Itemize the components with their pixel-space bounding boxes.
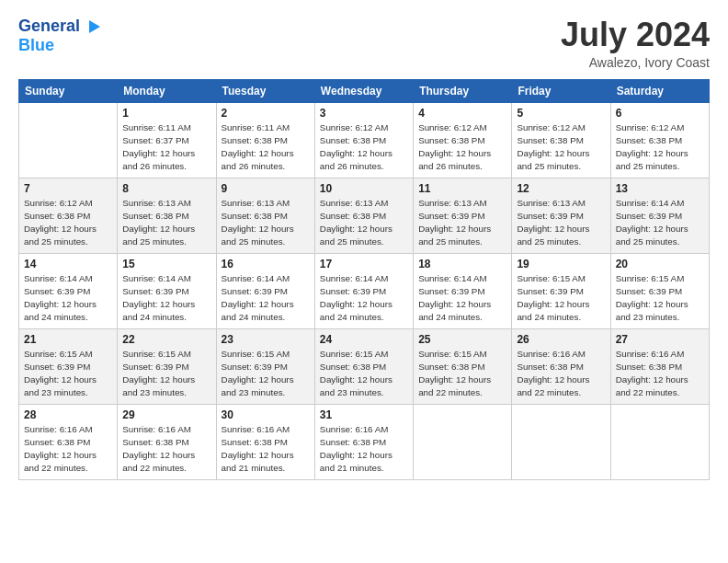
- calendar-week-row: 1 Sunrise: 6:11 AMSunset: 6:37 PMDayligh…: [19, 102, 710, 178]
- header-friday: Friday: [512, 79, 610, 102]
- table-row: [414, 404, 512, 479]
- table-row: 28 Sunrise: 6:16 AMSunset: 6:38 PMDaylig…: [19, 404, 118, 479]
- day-info: Sunrise: 6:16 AMSunset: 6:38 PMDaylight:…: [616, 348, 704, 400]
- day-number: 24: [320, 333, 408, 346]
- header-thursday: Thursday: [414, 79, 512, 102]
- calendar-week-row: 28 Sunrise: 6:16 AMSunset: 6:38 PMDaylig…: [19, 404, 710, 479]
- day-info: Sunrise: 6:12 AMSunset: 6:38 PMDaylight:…: [418, 121, 506, 174]
- day-number: 23: [222, 333, 310, 346]
- day-number: 14: [24, 258, 112, 270]
- table-row: 16 Sunrise: 6:14 AMSunset: 6:39 PMDaylig…: [216, 253, 314, 328]
- table-row: 14 Sunrise: 6:14 AMSunset: 6:39 PMDaylig…: [19, 253, 118, 328]
- day-number: 30: [222, 408, 310, 421]
- location: Awalezo, Ivory Coast: [561, 55, 710, 70]
- day-number: 22: [122, 333, 210, 346]
- day-number: 9: [222, 182, 310, 195]
- day-number: 10: [320, 182, 408, 195]
- table-row: 7 Sunrise: 6:12 AMSunset: 6:38 PMDayligh…: [19, 178, 118, 253]
- day-number: 8: [122, 182, 210, 195]
- logo: General Blue: [18, 17, 102, 55]
- day-info: Sunrise: 6:13 AMSunset: 6:38 PMDaylight:…: [222, 197, 310, 249]
- table-row: 17 Sunrise: 6:14 AMSunset: 6:39 PMDaylig…: [314, 253, 413, 328]
- day-info: Sunrise: 6:15 AMSunset: 6:39 PMDaylight:…: [222, 348, 310, 400]
- day-info: Sunrise: 6:16 AMSunset: 6:38 PMDaylight:…: [320, 423, 408, 476]
- day-info: Sunrise: 6:14 AMSunset: 6:39 PMDaylight:…: [418, 272, 506, 325]
- day-number: 6: [616, 107, 704, 120]
- calendar-table: Sunday Monday Tuesday Wednesday Thursday…: [18, 79, 710, 480]
- day-info: Sunrise: 6:15 AMSunset: 6:39 PMDaylight:…: [616, 272, 704, 325]
- table-row: 5 Sunrise: 6:12 AMSunset: 6:38 PMDayligh…: [512, 102, 610, 178]
- table-row: 12 Sunrise: 6:13 AMSunset: 6:39 PMDaylig…: [512, 178, 610, 253]
- day-info: Sunrise: 6:14 AMSunset: 6:39 PMDaylight:…: [122, 272, 210, 325]
- day-number: 18: [418, 258, 506, 270]
- day-info: Sunrise: 6:15 AMSunset: 6:39 PMDaylight:…: [122, 348, 210, 400]
- table-row: 27 Sunrise: 6:16 AMSunset: 6:38 PMDaylig…: [610, 328, 709, 404]
- day-info: Sunrise: 6:16 AMSunset: 6:38 PMDaylight:…: [222, 423, 310, 476]
- table-row: 25 Sunrise: 6:15 AMSunset: 6:38 PMDaylig…: [414, 328, 512, 404]
- table-row: 31 Sunrise: 6:16 AMSunset: 6:38 PMDaylig…: [314, 404, 413, 479]
- day-number: 5: [517, 107, 605, 120]
- table-row: 30 Sunrise: 6:16 AMSunset: 6:38 PMDaylig…: [216, 404, 314, 479]
- table-row: 11 Sunrise: 6:13 AMSunset: 6:39 PMDaylig…: [414, 178, 512, 253]
- day-number: 28: [24, 408, 112, 421]
- day-info: Sunrise: 6:13 AMSunset: 6:38 PMDaylight:…: [122, 197, 210, 249]
- day-number: 7: [24, 182, 112, 195]
- table-row: 13 Sunrise: 6:14 AMSunset: 6:39 PMDaylig…: [610, 178, 709, 253]
- weekday-header-row: Sunday Monday Tuesday Wednesday Thursday…: [19, 79, 710, 102]
- svg-marker-0: [89, 20, 100, 33]
- header-tuesday: Tuesday: [216, 79, 314, 102]
- table-row: 20 Sunrise: 6:15 AMSunset: 6:39 PMDaylig…: [610, 253, 709, 328]
- day-number: 27: [616, 333, 704, 346]
- table-row: 1 Sunrise: 6:11 AMSunset: 6:37 PMDayligh…: [118, 102, 216, 178]
- day-number: 19: [517, 258, 605, 270]
- table-row: 18 Sunrise: 6:14 AMSunset: 6:39 PMDaylig…: [414, 253, 512, 328]
- table-row: 3 Sunrise: 6:12 AMSunset: 6:38 PMDayligh…: [314, 102, 413, 178]
- day-number: 16: [222, 258, 310, 270]
- header-saturday: Saturday: [610, 79, 709, 102]
- day-number: 20: [616, 258, 704, 270]
- calendar-week-row: 21 Sunrise: 6:15 AMSunset: 6:39 PMDaylig…: [19, 328, 710, 404]
- table-row: 2 Sunrise: 6:11 AMSunset: 6:38 PMDayligh…: [216, 102, 314, 178]
- table-row: 23 Sunrise: 6:15 AMSunset: 6:39 PMDaylig…: [216, 328, 314, 404]
- day-info: Sunrise: 6:15 AMSunset: 6:39 PMDaylight:…: [24, 348, 112, 400]
- day-info: Sunrise: 6:13 AMSunset: 6:39 PMDaylight:…: [418, 197, 506, 249]
- day-number: 13: [616, 182, 704, 195]
- day-number: 2: [222, 107, 310, 120]
- day-number: 26: [517, 333, 605, 346]
- calendar-week-row: 14 Sunrise: 6:14 AMSunset: 6:39 PMDaylig…: [19, 253, 710, 328]
- table-row: 19 Sunrise: 6:15 AMSunset: 6:39 PMDaylig…: [512, 253, 610, 328]
- logo-arrow-icon: [82, 17, 102, 37]
- day-info: Sunrise: 6:16 AMSunset: 6:38 PMDaylight:…: [122, 423, 210, 476]
- day-info: Sunrise: 6:16 AMSunset: 6:38 PMDaylight:…: [517, 348, 605, 400]
- table-row: 15 Sunrise: 6:14 AMSunset: 6:39 PMDaylig…: [118, 253, 216, 328]
- day-info: Sunrise: 6:11 AMSunset: 6:38 PMDaylight:…: [222, 121, 310, 174]
- day-info: Sunrise: 6:14 AMSunset: 6:39 PMDaylight:…: [222, 272, 310, 325]
- day-info: Sunrise: 6:14 AMSunset: 6:39 PMDaylight:…: [616, 197, 704, 249]
- day-number: 29: [122, 408, 210, 421]
- table-row: 8 Sunrise: 6:13 AMSunset: 6:38 PMDayligh…: [118, 178, 216, 253]
- day-number: 4: [418, 107, 506, 120]
- day-number: 3: [320, 107, 408, 120]
- day-number: 25: [418, 333, 506, 346]
- table-row: 26 Sunrise: 6:16 AMSunset: 6:38 PMDaylig…: [512, 328, 610, 404]
- day-number: 15: [122, 258, 210, 270]
- header-wednesday: Wednesday: [314, 79, 413, 102]
- page: General Blue July 2024 Awalezo, Ivory Co…: [0, 0, 728, 563]
- day-info: Sunrise: 6:12 AMSunset: 6:38 PMDaylight:…: [320, 121, 408, 174]
- table-row: 24 Sunrise: 6:15 AMSunset: 6:38 PMDaylig…: [314, 328, 413, 404]
- table-row: 29 Sunrise: 6:16 AMSunset: 6:38 PMDaylig…: [118, 404, 216, 479]
- header: General Blue July 2024 Awalezo, Ivory Co…: [18, 17, 710, 70]
- table-row: 6 Sunrise: 6:12 AMSunset: 6:38 PMDayligh…: [610, 102, 709, 178]
- header-monday: Monday: [118, 79, 216, 102]
- day-info: Sunrise: 6:13 AMSunset: 6:38 PMDaylight:…: [320, 197, 408, 249]
- table-row: [512, 404, 610, 479]
- title-block: July 2024 Awalezo, Ivory Coast: [561, 17, 710, 70]
- day-number: 17: [320, 258, 408, 270]
- header-sunday: Sunday: [19, 79, 118, 102]
- day-number: 11: [418, 182, 506, 195]
- day-info: Sunrise: 6:11 AMSunset: 6:37 PMDaylight:…: [122, 121, 210, 174]
- table-row: [19, 102, 118, 178]
- table-row: 9 Sunrise: 6:13 AMSunset: 6:38 PMDayligh…: [216, 178, 314, 253]
- day-info: Sunrise: 6:15 AMSunset: 6:38 PMDaylight:…: [418, 348, 506, 400]
- day-number: 12: [517, 182, 605, 195]
